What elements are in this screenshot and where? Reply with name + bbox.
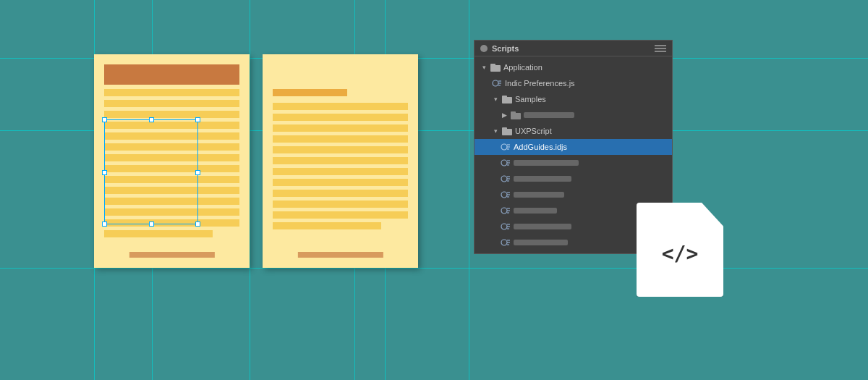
handle-br (195, 221, 200, 227)
folder-open-icon (502, 127, 512, 135)
samples-label: Samples (515, 95, 666, 104)
svg-point-12 (501, 176, 507, 182)
tree-item-addguides[interactable]: AddGuides.idjs (475, 139, 672, 155)
script-icon (501, 190, 511, 200)
folder-open-icon (490, 64, 501, 72)
page-header-left (104, 64, 239, 85)
handle-tl (102, 117, 107, 122)
line (273, 200, 408, 208)
chevron-right-icon: ▶ (501, 111, 508, 119)
svg-point-4 (501, 144, 507, 150)
line (273, 135, 408, 143)
doc-page-left (94, 54, 250, 268)
menu-bar-1 (655, 45, 666, 46)
uxpscript-label: UXPScript (515, 127, 666, 135)
tree-item-script2[interactable] (475, 155, 672, 171)
indic-prefs-label: Indic Preferences.js (505, 79, 666, 88)
panel-titlebar-left: Scripts (480, 44, 519, 53)
line (273, 124, 408, 132)
handle-ml (102, 170, 107, 175)
guide-line-v6 (469, 0, 469, 380)
menu-bar-2 (655, 48, 666, 49)
panel-title: Scripts (492, 44, 519, 53)
chevron-down-icon: ▾ (492, 127, 499, 135)
line (273, 157, 408, 164)
svg-point-28 (501, 240, 507, 245)
menu-bar-3 (655, 51, 666, 52)
line (273, 179, 408, 186)
line (104, 230, 213, 237)
addguides-label: AddGuides.idjs (514, 143, 666, 151)
samples-sub-bar (524, 112, 574, 118)
page-footer-left (129, 252, 214, 258)
handle-bl (102, 221, 107, 227)
script-icon (501, 237, 511, 248)
tree-item-samples-sub[interactable]: ▶ (475, 107, 672, 123)
line (273, 190, 408, 197)
panel-menu-button[interactable] (655, 45, 666, 52)
tree-item-samples[interactable]: ▾ Samples (475, 91, 672, 107)
script-icon (501, 206, 511, 216)
chevron-down-icon: ▾ (480, 64, 488, 71)
tree-item-indic-prefs[interactable]: Indic Preferences.js (475, 75, 672, 91)
script-bar (514, 176, 571, 182)
tree-item-application[interactable]: ▾ Application (475, 59, 672, 75)
script-icon (501, 174, 511, 184)
document-canvas (94, 54, 418, 268)
line (273, 211, 408, 219)
line (273, 222, 381, 229)
panel-close-button[interactable] (480, 45, 488, 52)
tree-item-uxpscript[interactable]: ▾ UXPScript (475, 123, 672, 139)
guide-line-h3 (0, 268, 868, 269)
script-bar (514, 192, 564, 198)
script-bar (514, 160, 579, 166)
line (273, 103, 408, 110)
page-footer-right (297, 252, 383, 258)
line (104, 89, 239, 96)
script-icon (492, 78, 502, 88)
handle-tm (149, 117, 154, 122)
handle-bm (149, 221, 154, 227)
folder-icon (511, 111, 521, 119)
doc-page-right (263, 54, 418, 268)
script-bar (514, 208, 557, 214)
svg-point-24 (501, 224, 507, 229)
handle-tr (195, 117, 200, 122)
svg-point-16 (501, 192, 507, 198)
script-icon (501, 158, 511, 168)
application-label: Application (503, 63, 666, 72)
line (273, 114, 408, 121)
handle-mr (195, 170, 200, 175)
line (273, 89, 347, 96)
tree-item-script3[interactable] (475, 171, 672, 187)
script-bar (514, 224, 571, 229)
script-bar (514, 240, 568, 245)
tree-item-script4[interactable] (475, 187, 672, 203)
script-icon (501, 221, 511, 232)
line (104, 100, 239, 107)
chevron-down-icon: ▾ (492, 96, 499, 103)
code-file-icon: </> (637, 203, 723, 297)
svg-point-8 (501, 160, 507, 166)
svg-point-0 (493, 80, 498, 86)
page-lines-right (273, 89, 408, 229)
line (273, 168, 408, 175)
selection-box (104, 119, 198, 224)
folder-open-icon (502, 96, 512, 104)
script-icon (501, 142, 511, 152)
svg-point-20 (501, 208, 507, 214)
panel-titlebar: Scripts (475, 41, 672, 56)
line (104, 111, 239, 118)
code-icon-text: </> (662, 242, 699, 266)
line (273, 146, 408, 153)
